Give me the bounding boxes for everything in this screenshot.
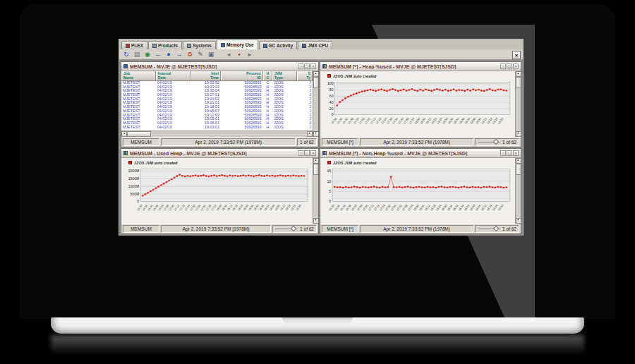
page-slider[interactable] [275,226,298,232]
tab-bar: PLEXProductsSystemsMemory UseGC Activity… [119,40,523,49]
history-back-icon[interactable]: ◂ [224,50,233,59]
tab-plex[interactable]: PLEX [121,41,147,49]
scroll-down-icon[interactable]: ▼ [313,131,319,137]
used-heap-chart: 0500M1000M1500M2000M16:3016:3616:4216:48… [123,166,311,223]
tab-label: Products [158,43,178,48]
table-header[interactable]: JobNameIntervalDateIntvlTimeProcessIDHCJ… [121,71,313,81]
chart-legend: JZOS JVM auto created [320,158,521,166]
vertical-scrollbar[interactable]: ▲ ▼ [313,71,318,137]
scroll-down-icon[interactable]: ▼ [313,218,319,224]
close-button[interactable]: × [513,63,519,69]
scrollbar-thumb[interactable] [313,77,319,88]
svg-text:5: 5 [329,190,331,193]
recycle-icon[interactable]: ♻ [186,50,194,59]
svg-text:0: 0 [329,200,331,203]
close-button[interactable]: × [310,150,316,156]
scroll-up-icon[interactable]: ▲ [516,71,521,77]
scroll-up-icon[interactable]: ▲ [516,158,521,164]
table-cell: 04/02/19 [156,126,190,130]
panel-memsum-table: MEMSUM - MVJE @ MJETEST[SJSD] ○□× JobNam… [121,61,319,147]
status-view-name: MEMSUM [*] [322,138,358,146]
panel-title: MEMSUM [*] - Heap %used - MVJE @ MJETEST… [329,64,498,69]
scrollbar-thumb[interactable] [516,77,521,88]
window-controls: ○□× [500,63,519,69]
laptop-screen: PLEXProductsSystemsMemory UseGC Activity… [20,4,615,319]
vertical-scrollbar[interactable]: ▲ ▼ [515,158,521,224]
page-slider[interactable] [478,226,500,232]
maximize-button[interactable]: □ [507,63,512,69]
column-header-jvm[interactable]: JVMType [272,71,297,80]
column-header-s[interactable]: STy [297,71,313,80]
tab-memory-use[interactable]: Memory Use [217,40,258,49]
tab-systems[interactable]: Systems [183,41,216,49]
status-pager: 1 of 62 [272,225,317,233]
panel-titlebar[interactable]: MEMSUM [*] - Heap %used - MVJE @ MJETEST… [320,62,521,71]
legend-label: JZOS JVM auto created [333,161,376,165]
column-header-job[interactable]: JobName [121,71,156,80]
chart-legend: JZOS JVM auto created [320,71,521,79]
column-header-interval[interactable]: IntervalDate [156,71,190,80]
close-button[interactable]: × [310,63,316,69]
status-view-name: MEMSUM [123,225,159,233]
scrollbar-thumb[interactable] [516,164,521,175]
panel-heap-pct: MEMSUM [*] - Heap %used - MVJE @ MJETEST… [320,61,521,147]
table-cell: JZOS [272,126,297,130]
horizontal-scrollbar[interactable]: ◄ ► [121,131,313,137]
gc-activity-icon [263,44,267,48]
workspace-close-button[interactable]: × [512,51,521,59]
svg-text:19:30: 19:30 [497,203,504,211]
column-header-intvl[interactable]: IntvlTime [190,71,221,80]
minimize-button[interactable]: ○ [500,150,506,156]
scrollbar-thumb[interactable] [127,131,151,137]
pause-icon[interactable]: ● [164,50,173,59]
chart-area: JZOS JVM auto created 02040608010016:301… [320,71,521,137]
back-icon[interactable]: ← [154,50,162,59]
scroll-up-icon[interactable]: ▲ [313,158,319,164]
scroll-right-icon[interactable]: ► [307,131,313,137]
edit-icon[interactable]: ✎ [196,50,205,59]
maximize-button[interactable]: □ [304,150,310,156]
scroll-up-icon[interactable]: ▲ [313,71,319,77]
chart-legend: JZOS JVM auto created [121,158,318,166]
scroll-down-icon[interactable]: ▼ [516,131,521,137]
table-cell: MJETEST [121,126,156,130]
history-forward-icon[interactable]: ▸ [246,50,254,59]
page-slider[interactable] [478,139,500,145]
panel-titlebar[interactable]: MEMSUM [*] - Non-Heap %used - MVJE @ MJE… [320,149,521,158]
window-controls: ○□× [298,63,316,69]
maximize-button[interactable]: □ [304,63,310,69]
panel-title: MEMSUM - MVJE @ MJETEST[SJSD] [130,64,296,69]
panel-titlebar[interactable]: MEMSUM - Used Heap - MVJE @ MJETEST[SJSD… [121,149,318,158]
scrollbar-thumb[interactable] [313,164,319,175]
chart-icon [322,64,327,68]
tab-jmx-cpu[interactable]: JMX CPU [298,41,332,49]
forward-icon[interactable]: → [175,50,183,59]
scroll-down-icon[interactable]: ▼ [516,218,521,224]
panel-non-heap: MEMSUM [*] - Non-Heap %used - MVJE @ MJE… [320,148,521,234]
record-icon[interactable]: ● [235,50,243,59]
tab-products[interactable]: Products [148,41,182,49]
minimize-button[interactable]: ○ [298,150,303,156]
status-timestamp: Apr 2, 2019 7:33:52 PM (1978M) [161,138,296,146]
maximize-button[interactable]: □ [507,150,512,156]
chart-area: JZOS JVM auto created 0500M1000M1500M200… [121,158,318,224]
workspace: MEMSUM - MVJE @ MJETEST[SJSD] ○□× JobNam… [119,60,523,236]
window-icon[interactable]: ▣ [207,50,215,59]
split-view-icon[interactable]: ▤ [133,50,141,59]
close-button[interactable]: × [513,150,519,156]
minimize-button[interactable]: ○ [298,63,303,69]
minimize-button[interactable]: ○ [500,63,506,69]
panel-titlebar[interactable]: MEMSUM - MVJE @ MJETEST[SJSD] ○□× [121,62,318,71]
column-header-process[interactable]: ProcessID [221,71,263,80]
vertical-scrollbar[interactable]: ▲ ▼ [313,158,318,224]
window-controls: ○□× [298,150,316,156]
refresh-icon[interactable]: ↻ [122,50,131,59]
column-header-h[interactable]: HC [263,71,273,80]
svg-text:1500M: 1500M [128,177,139,181]
vertical-scrollbar[interactable]: ▲ ▼ [515,71,521,137]
resume-icon[interactable]: ◉ [143,50,152,59]
table-row[interactable]: MJETEST04/02/1919:03:0150926593HJZOSJ [121,126,313,130]
status-page-count: 1 of 62 [297,138,317,146]
scroll-left-icon[interactable]: ◄ [121,131,127,137]
tab-gc-activity[interactable]: GC Activity [259,41,298,49]
